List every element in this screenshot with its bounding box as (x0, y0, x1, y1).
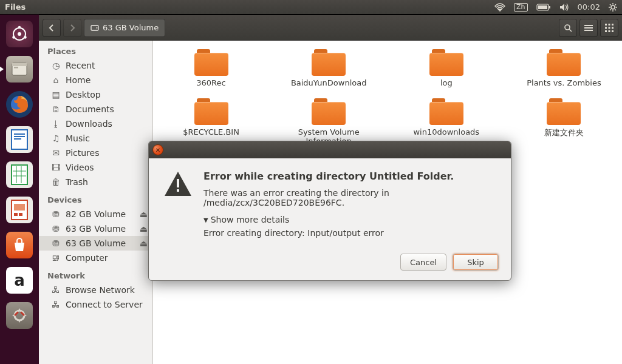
svg-rect-50 (612, 30, 613, 32)
svg-rect-32 (14, 213, 18, 216)
warning-icon (163, 170, 193, 238)
skip-button[interactable]: Skip (453, 254, 499, 271)
music-icon: ♫ (51, 133, 61, 143)
sidebar-item-downloads[interactable]: ⭳Downloads (39, 116, 152, 131)
folder-item[interactable]: $RECYCLE.BIN (164, 98, 258, 146)
drive-icon (91, 24, 99, 32)
unity-launcher: a (0, 15, 39, 364)
app-menu-title[interactable]: Files (5, 2, 26, 12)
sidebar-item-videos[interactable]: 🎞Videos (39, 160, 152, 175)
svg-rect-45 (605, 27, 607, 29)
eject-icon[interactable]: ⏏ (140, 209, 148, 219)
view-grid-button[interactable] (600, 19, 618, 37)
sidebar-item-desktop[interactable]: ▤Desktop (39, 87, 152, 102)
folder-item[interactable]: log (399, 49, 493, 87)
location-breadcrumb[interactable]: 63 GB Volume (84, 19, 165, 37)
global-menubar: Files Zh 00:02 (0, 0, 622, 15)
svg-rect-47 (612, 27, 613, 29)
sidebar-item-volume-82[interactable]: ⛃82 GB Volume⏏ (39, 207, 152, 221)
folder-item[interactable]: 新建文件夹 (517, 98, 611, 146)
svg-point-15 (24, 36, 26, 38)
sidebar-item-pictures[interactable]: ✉Pictures (39, 146, 152, 160)
battery-icon[interactable] (536, 4, 551, 11)
session-gear-icon[interactable] (609, 3, 617, 12)
svg-rect-41 (584, 30, 593, 31)
folder-icon (547, 98, 581, 125)
clock[interactable]: 00:02 (578, 2, 600, 12)
svg-rect-44 (612, 24, 613, 25)
launcher-amazon[interactable]: a (4, 265, 35, 296)
folder-icon (194, 49, 228, 76)
sidebar-item-recent[interactable]: ◷Recent (39, 58, 152, 73)
svg-line-38 (569, 29, 572, 32)
search-icon (564, 24, 572, 32)
folder-label: $RECYCLE.BIN (183, 127, 239, 136)
launcher-settings[interactable] (4, 300, 35, 331)
sidebar-item-browse-network[interactable]: 🖧Browse Network (39, 283, 152, 297)
svg-point-13 (18, 32, 21, 36)
svg-rect-48 (605, 30, 607, 32)
nav-forward-button[interactable] (63, 19, 81, 37)
sound-icon[interactable] (559, 3, 569, 12)
folder-label: 360Rec (196, 78, 225, 87)
cancel-button[interactable]: Cancel (400, 254, 446, 271)
folder-icon (312, 98, 346, 125)
dialog-close-button[interactable]: ✕ (152, 144, 163, 155)
chevron-down-icon: ▼ (203, 217, 208, 223)
sidebar-item-documents[interactable]: 🗎Documents (39, 102, 152, 116)
drive-icon: ⛃ (51, 238, 61, 248)
sidebar-item-computer[interactable]: 🖳Computer (39, 251, 152, 265)
location-label: 63 GB Volume (103, 23, 159, 32)
folder-label: win10downloads (413, 127, 479, 136)
svg-point-16 (12, 36, 15, 38)
dialog-disclosure[interactable]: ▼ Show more details (203, 215, 496, 224)
list-icon (584, 24, 593, 32)
svg-line-10 (610, 9, 611, 10)
folder-label: Plants vs. Zombies (527, 78, 601, 87)
eject-icon[interactable]: ⏏ (140, 238, 148, 248)
sidebar-item-volume-63b[interactable]: ⛃63 GB Volume⏏ (39, 236, 152, 251)
svg-rect-49 (609, 30, 610, 32)
dialog-titlebar[interactable]: ✕ (149, 141, 511, 158)
folder-icon (312, 49, 346, 76)
folder-item[interactable]: Plants vs. Zombies (517, 49, 611, 87)
video-icon: 🎞 (51, 163, 61, 172)
sidebar-item-trash[interactable]: 🗑Trash (39, 175, 152, 189)
svg-rect-40 (584, 27, 593, 29)
folder-icon (429, 98, 463, 125)
launcher-writer[interactable] (4, 124, 35, 155)
dialog-detail: Error creating directory: Input/output e… (203, 228, 496, 238)
clock-icon: ◷ (51, 61, 61, 70)
sidebar-item-connect-server[interactable]: 🖧Connect to Server (39, 297, 152, 312)
launcher-files[interactable] (4, 53, 35, 85)
view-options-button[interactable] (579, 19, 598, 37)
dialog-title: Error while creating directory Untitled … (203, 170, 496, 182)
sidebar-heading-devices: Devices (39, 189, 152, 207)
drive-icon: ⛃ (51, 209, 61, 219)
launcher-calc[interactable] (4, 159, 35, 190)
svg-rect-23 (14, 136, 25, 137)
folder-item[interactable]: win10downloads (399, 98, 493, 146)
folder-item[interactable]: 360Rec (164, 49, 258, 87)
sidebar-item-music[interactable]: ♫Music (39, 131, 152, 146)
svg-rect-18 (12, 63, 27, 66)
launcher-impress[interactable] (4, 194, 35, 226)
launcher-software[interactable] (4, 229, 35, 261)
input-method-indicator[interactable]: Zh (514, 3, 528, 12)
sidebar-item-volume-63a[interactable]: ⛃63 GB Volume⏏ (39, 221, 152, 236)
network-icon: 🖧 (51, 285, 61, 295)
folder-item[interactable]: System Volume Information (282, 98, 376, 146)
eject-icon[interactable]: ⏏ (140, 224, 148, 234)
folder-icon (194, 98, 228, 125)
svg-point-36 (97, 27, 98, 29)
search-button[interactable] (559, 19, 577, 37)
launcher-dash[interactable] (4, 18, 35, 50)
folder-icon (547, 49, 581, 76)
folder-label: log (440, 78, 453, 87)
network-wifi-icon[interactable] (494, 3, 505, 12)
svg-rect-43 (609, 24, 610, 25)
sidebar-item-home[interactable]: ⌂Home (39, 73, 152, 87)
launcher-firefox[interactable] (4, 89, 35, 120)
nav-back-button[interactable] (43, 19, 61, 37)
folder-item[interactable]: BaiduYunDownload (282, 49, 376, 87)
